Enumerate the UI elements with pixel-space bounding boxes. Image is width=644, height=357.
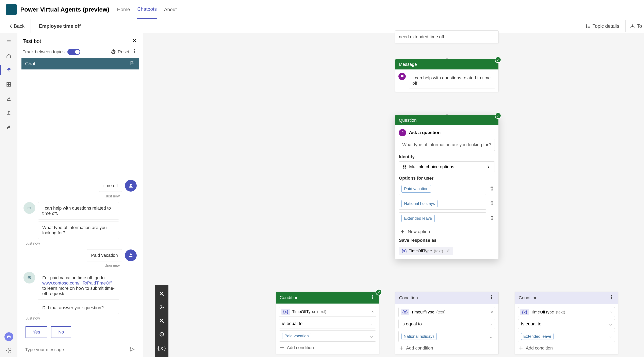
trigger-phrase-node[interactable]: need extended time off xyxy=(395,30,499,43)
close-test-bot[interactable] xyxy=(132,38,138,45)
condition-node[interactable]: ✓ Condition {x}TimeOffType(text)× is equ… xyxy=(276,292,380,354)
test-more-menu[interactable] xyxy=(132,48,138,55)
svg-point-33 xyxy=(491,298,492,299)
zoom-fit-button[interactable] xyxy=(155,301,168,315)
rail-entities[interactable] xyxy=(0,80,18,90)
option-input[interactable]: Paid vacation xyxy=(399,183,486,195)
condition-variable[interactable]: {x}TimeOffType(text)× xyxy=(279,307,376,317)
add-condition-button[interactable]: Add condition xyxy=(398,344,495,351)
svg-point-12 xyxy=(8,350,10,351)
track-topics-toggle[interactable] xyxy=(68,49,80,55)
node-more-menu[interactable] xyxy=(370,294,376,301)
rail-settings[interactable] xyxy=(0,348,18,353)
suggested-no-button[interactable]: No xyxy=(51,326,71,338)
option-input[interactable]: National holidays xyxy=(399,198,486,210)
message-node[interactable]: ✓ Message I can help with questions rela… xyxy=(395,59,499,92)
node-more-menu[interactable] xyxy=(489,294,494,301)
topic-title: Employee time off xyxy=(39,23,81,29)
svg-point-39 xyxy=(160,305,164,309)
svg-point-32 xyxy=(491,297,492,298)
tab-chatbots[interactable]: Chatbots xyxy=(137,0,157,19)
condition-value-select[interactable]: Paid vacation⌵ xyxy=(279,330,376,342)
more-vertical-icon xyxy=(132,48,138,54)
add-condition-button[interactable]: Add condition xyxy=(518,344,615,351)
node-header: Condition xyxy=(276,292,379,304)
chat-body: time off Just now I can help with questi… xyxy=(22,70,139,342)
message-text[interactable]: I can help with questions related to tim… xyxy=(409,73,495,88)
rail-home[interactable] xyxy=(0,51,18,61)
condition-node[interactable]: Condition {x}TimeOffType(text)× is equal… xyxy=(395,292,499,354)
hamburger-icon xyxy=(6,39,12,45)
variable-chip[interactable]: {x} TimeOffType (text) xyxy=(399,247,453,255)
time-off-link[interactable]: www.contoso.com/HR/PaidTimeOff xyxy=(42,280,112,286)
condition-operator-select[interactable]: is equal to⌵ xyxy=(518,319,615,329)
condition-node[interactable]: Condition {x}TimeOffType(text)× is equal… xyxy=(515,292,618,354)
svg-rect-17 xyxy=(28,207,31,209)
rail-topics[interactable] xyxy=(0,65,18,75)
new-option-button[interactable]: New option xyxy=(399,227,495,236)
svg-point-16 xyxy=(130,184,132,186)
authoring-canvas[interactable]: need extended time off ✓ Message I can h… xyxy=(143,33,644,357)
svg-point-19 xyxy=(30,208,30,208)
delete-option-button[interactable] xyxy=(489,200,495,207)
condition-value-select[interactable]: National holidays⌵ xyxy=(398,331,495,342)
svg-point-18 xyxy=(29,208,29,208)
svg-rect-21 xyxy=(28,276,31,279)
svg-rect-26 xyxy=(403,167,404,168)
back-button[interactable]: Back xyxy=(2,19,31,33)
topic-checker-button[interactable]: To xyxy=(625,20,642,32)
delete-option-button[interactable] xyxy=(489,215,495,222)
condition-operator-select[interactable]: is equal to⌵ xyxy=(279,319,376,328)
rail-analytics[interactable] xyxy=(0,94,18,104)
rail-manage[interactable] xyxy=(0,122,18,132)
timestamp: Just now xyxy=(26,241,137,246)
clear-variable-button[interactable]: × xyxy=(371,310,374,314)
option-input[interactable]: Extended leave xyxy=(399,212,486,224)
reset-button[interactable]: Reset xyxy=(110,49,129,55)
svg-point-30 xyxy=(372,298,373,299)
timestamp: Just now xyxy=(24,194,120,198)
add-condition-button[interactable]: Add condition xyxy=(279,344,376,350)
condition-variable[interactable]: {x}TimeOffType(text)× xyxy=(398,307,495,317)
node-header: Condition xyxy=(395,292,498,304)
question-text-field[interactable]: What type of information are you looking… xyxy=(399,139,495,151)
rail-bot-icon[interactable] xyxy=(4,332,13,341)
more-vertical-icon xyxy=(370,294,376,300)
send-button[interactable] xyxy=(129,346,135,353)
check-badge-icon: ✓ xyxy=(495,56,501,63)
zoom-out-button[interactable] xyxy=(155,315,168,328)
condition-variable[interactable]: {x}TimeOffType(text)× xyxy=(518,307,615,317)
question-node[interactable]: ✓ Question ? Ask a question What type of… xyxy=(395,115,499,259)
chat-flag[interactable] xyxy=(129,60,135,67)
clear-variable-button[interactable]: × xyxy=(490,310,493,314)
zoom-reset-button[interactable] xyxy=(155,328,168,342)
topic-details-button[interactable]: Topic details xyxy=(581,20,619,32)
bot-message: Did that answer your question? xyxy=(38,302,119,314)
condition-operator-select[interactable]: is equal to⌵ xyxy=(398,319,495,329)
zoom-in-button[interactable] xyxy=(155,288,168,301)
svg-point-3 xyxy=(632,25,633,26)
trash-icon xyxy=(489,200,495,206)
pencil-icon xyxy=(446,248,450,252)
chat-input[interactable] xyxy=(25,347,127,352)
identify-select[interactable]: Multiple choice options xyxy=(399,162,495,172)
timestamp: Just now xyxy=(26,316,137,320)
rail-publish[interactable] xyxy=(0,108,18,118)
delete-option-button[interactable] xyxy=(489,186,495,192)
list-icon xyxy=(585,23,591,29)
chat-bubble-icon xyxy=(398,73,406,80)
tab-about[interactable]: About xyxy=(164,0,177,18)
bot-message: What type of information are you looking… xyxy=(38,222,119,239)
suggested-yes-button[interactable]: Yes xyxy=(26,326,47,338)
clear-variable-button[interactable]: × xyxy=(610,310,612,314)
app-logo xyxy=(6,4,16,15)
edit-variable-button[interactable] xyxy=(446,248,450,254)
node-more-menu[interactable] xyxy=(608,294,614,301)
bot-message: For paid vacation time off, go to www.co… xyxy=(38,272,119,300)
condition-value-select[interactable]: Extended leave⌵ xyxy=(518,331,615,342)
rail-menu[interactable] xyxy=(0,37,18,47)
more-vertical-icon xyxy=(489,294,494,300)
reset-icon xyxy=(110,49,116,55)
variables-button[interactable]: {x} xyxy=(155,342,168,354)
tab-home[interactable]: Home xyxy=(117,0,130,18)
